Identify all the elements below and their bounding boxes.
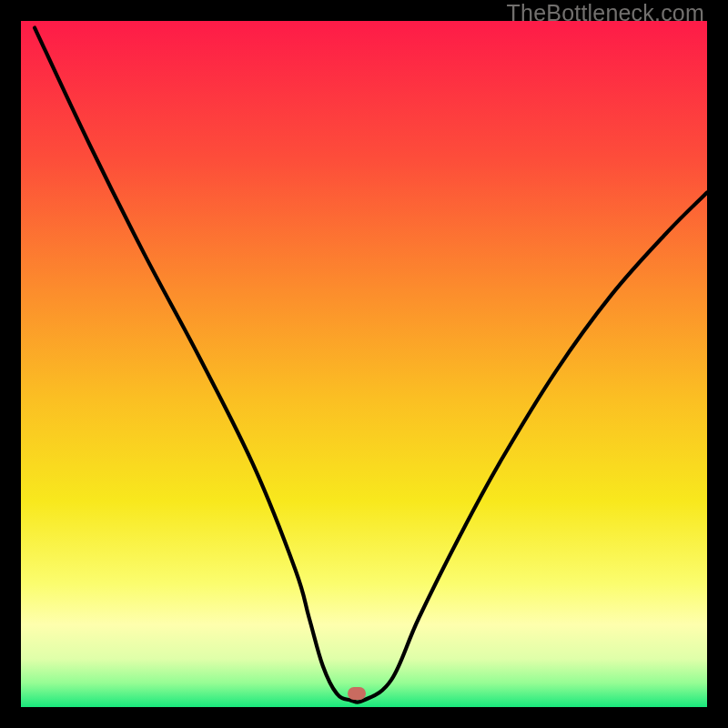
chart-frame bbox=[21, 21, 707, 707]
watermark-label: TheBottleneck.com bbox=[507, 0, 704, 26]
chart-curve bbox=[21, 21, 707, 707]
chart-minimum-marker bbox=[348, 687, 366, 700]
